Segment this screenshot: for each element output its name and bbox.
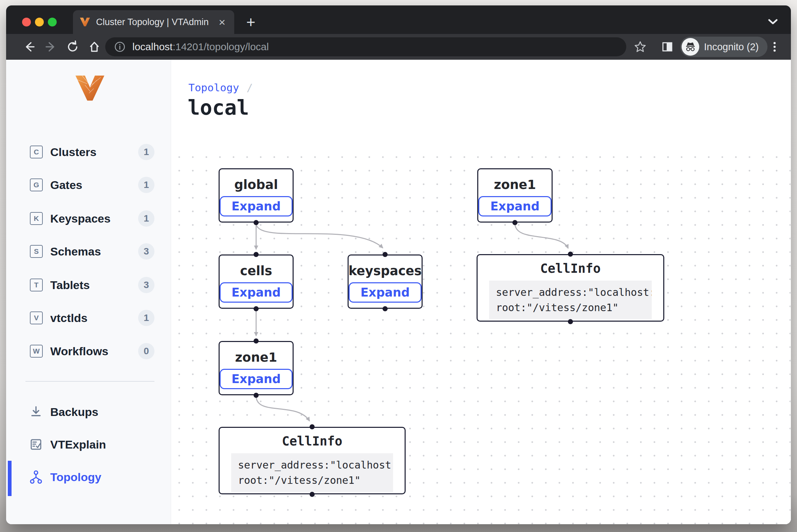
sidebar-item-label: Backups xyxy=(50,405,98,419)
expand-button[interactable]: Expand xyxy=(220,282,293,303)
browser-window: Cluster Topology | VTAdmin × + localhost… xyxy=(6,5,791,524)
home-icon[interactable] xyxy=(88,40,101,54)
incognito-icon xyxy=(682,38,699,56)
browser-tab[interactable]: Cluster Topology | VTAdmin × xyxy=(73,10,234,34)
cellinfo-line: root:"/vitess/zone1" xyxy=(496,300,645,315)
expand-button[interactable]: Expand xyxy=(220,196,293,216)
tab-search-chevron-icon[interactable] xyxy=(767,18,779,27)
sidebar-item-label: Clusters xyxy=(50,146,96,159)
menu-dots-icon[interactable] xyxy=(768,40,781,54)
breadcrumb: Topology/ xyxy=(188,81,253,94)
sidebar-item-schemas[interactable]: S Schemas 3 xyxy=(6,241,171,262)
clusters-letter-icon: C xyxy=(30,146,43,158)
sidebar-item-label: Topology xyxy=(50,471,101,484)
expand-button[interactable]: Expand xyxy=(478,196,551,216)
vitess-logo xyxy=(75,75,105,103)
profile-badge[interactable]: Incognito (2) xyxy=(680,37,767,57)
cellinfo-line: root:"/vitess/zone1" xyxy=(238,473,386,488)
url-host: localhost xyxy=(132,41,172,53)
expand-button[interactable]: Expand xyxy=(220,369,293,389)
sidebar-item-label: vtctlds xyxy=(50,311,88,325)
sidebar-item-label: VTExplain xyxy=(50,438,106,451)
tab-title: Cluster Topology | VTAdmin xyxy=(96,17,214,27)
expand-button[interactable]: Expand xyxy=(349,282,422,303)
node-global[interactable]: global Expand xyxy=(219,168,294,223)
node-zone1-bottom[interactable]: zone1 Expand xyxy=(219,341,294,395)
close-window-button[interactable] xyxy=(22,18,31,26)
node-cellinfo-bottom[interactable]: CellInfo server_address:"localhost:2379"… xyxy=(219,427,406,494)
browser-toolbar: localhost:14201/topology/local Incognito… xyxy=(6,34,791,60)
zoom-window-button[interactable] xyxy=(48,18,57,26)
count-badge: 1 xyxy=(138,144,154,160)
page-content: C Clusters 1 G Gates 1 K Keyspaces 1 S S… xyxy=(6,60,791,524)
reload-icon[interactable] xyxy=(66,40,79,54)
count-badge: 3 xyxy=(138,277,154,293)
node-label: cells xyxy=(240,264,272,278)
main-panel: Topology/ local xyxy=(171,60,791,524)
tab-close-icon[interactable]: × xyxy=(217,16,227,28)
download-icon xyxy=(29,404,43,419)
node-label: global xyxy=(234,177,278,192)
bookmark-star-icon[interactable] xyxy=(633,40,647,54)
sidebar-item-label: Keyspaces xyxy=(50,212,111,225)
sidebar-item-backups[interactable]: Backups xyxy=(6,401,171,423)
sidebar: C Clusters 1 G Gates 1 K Keyspaces 1 S S… xyxy=(6,60,171,524)
cellinfo-code: server_address:"localhost:2379" root:"/v… xyxy=(489,281,652,319)
document-check-icon xyxy=(29,437,43,452)
count-badge: 1 xyxy=(138,310,154,326)
forward-icon[interactable] xyxy=(44,40,58,54)
sidebar-item-label: Schemas xyxy=(50,245,101,258)
node-label: zone1 xyxy=(494,177,536,192)
vtctlds-letter-icon: V xyxy=(30,311,43,324)
active-item-indicator xyxy=(8,461,12,496)
node-cells[interactable]: cells Expand xyxy=(219,254,294,309)
sidebar-item-gates[interactable]: G Gates 1 xyxy=(6,174,171,196)
count-badge: 3 xyxy=(138,243,154,260)
node-cellinfo-right[interactable]: CellInfo server_address:"localhost:2379"… xyxy=(477,254,664,322)
schemas-letter-icon: S xyxy=(30,245,43,258)
site-info-icon[interactable] xyxy=(114,41,126,53)
vitess-favicon xyxy=(80,17,90,27)
tablets-letter-icon: T xyxy=(30,279,43,291)
page-title: local xyxy=(188,96,249,119)
count-badge: 1 xyxy=(138,210,154,227)
sidebar-item-label: Gates xyxy=(50,178,82,192)
breadcrumb-topology-link[interactable]: Topology xyxy=(188,81,239,94)
node-zone1-top[interactable]: zone1 Expand xyxy=(477,168,553,223)
sidebar-item-label: Tablets xyxy=(50,279,90,292)
url-bar[interactable]: localhost:14201/topology/local xyxy=(105,37,626,56)
sidebar-item-tablets[interactable]: T Tablets 3 xyxy=(6,274,171,296)
cellinfo-line: server_address:"localhost:2379" xyxy=(496,285,645,300)
cellinfo-title: CellInfo xyxy=(282,434,342,449)
sidebar-item-clusters[interactable]: C Clusters 1 xyxy=(6,141,171,163)
sidebar-item-vtctlds[interactable]: V vtctlds 1 xyxy=(6,307,171,329)
cellinfo-title: CellInfo xyxy=(540,261,600,276)
new-tab-button[interactable]: + xyxy=(242,13,260,31)
sidebar-item-vtexplain[interactable]: VTExplain xyxy=(6,434,171,455)
tab-strip: Cluster Topology | VTAdmin × + xyxy=(6,5,791,34)
node-label: keyspaces xyxy=(349,264,422,278)
sidebar-item-topology[interactable]: Topology xyxy=(6,466,171,488)
node-keyspaces[interactable]: keyspaces Expand xyxy=(348,254,423,309)
url-path: :14201/topology/local xyxy=(172,41,269,53)
sidebar-item-workflows[interactable]: W Workflows 0 xyxy=(6,340,171,362)
sidebar-divider xyxy=(25,381,154,382)
side-panel-icon[interactable] xyxy=(661,40,674,54)
gates-letter-icon: G xyxy=(30,178,43,191)
sidebar-item-label: Workflows xyxy=(50,345,108,358)
incognito-label: Incognito (2) xyxy=(704,41,759,53)
workflows-letter-icon: W xyxy=(30,345,43,358)
back-icon[interactable] xyxy=(22,40,36,54)
keyspaces-letter-icon: K xyxy=(30,212,43,225)
traffic-lights xyxy=(22,18,57,26)
minimize-window-button[interactable] xyxy=(35,18,44,26)
topology-graph-icon xyxy=(29,470,43,484)
count-badge: 1 xyxy=(138,177,154,193)
topology-canvas[interactable]: global Expand zone1 Expand cells Expand … xyxy=(171,154,791,524)
sidebar-item-keyspaces[interactable]: K Keyspaces 1 xyxy=(6,208,171,229)
breadcrumb-separator: / xyxy=(246,81,253,94)
cellinfo-code: server_address:"localhost:2379" root:"/v… xyxy=(231,453,393,492)
count-badge: 0 xyxy=(138,343,154,359)
cellinfo-line: server_address:"localhost:2379" xyxy=(238,457,386,473)
node-label: zone1 xyxy=(235,350,277,365)
